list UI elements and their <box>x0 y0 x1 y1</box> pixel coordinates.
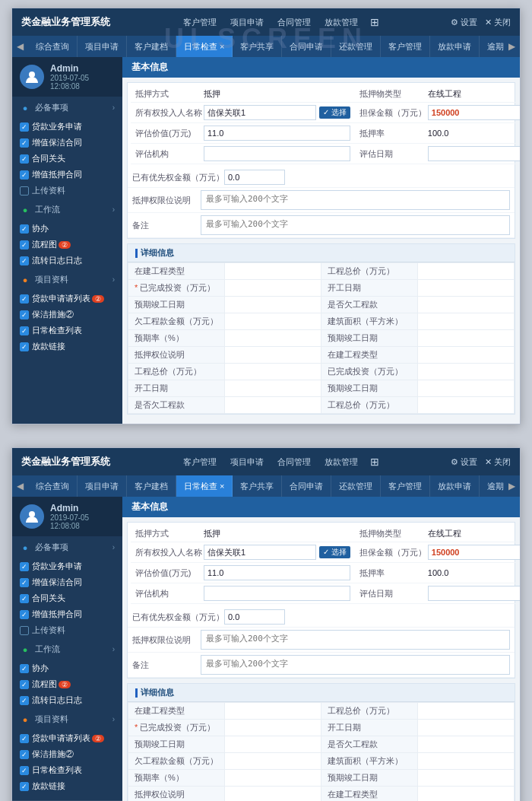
check2-link[interactable]: ✓ 放款链接 <box>12 778 122 794</box>
tab-overdue[interactable]: 逾期申请 <box>480 36 504 57</box>
tab-project-apply[interactable]: 项目申请 <box>78 36 127 57</box>
input2-deposit[interactable] <box>428 545 520 560</box>
nav2-loans[interactable]: 放款管理 <box>318 453 364 471</box>
nav2-contracts[interactable]: 合同管理 <box>271 453 317 471</box>
nav-projects[interactable]: 项目申请 <box>224 14 270 31</box>
textarea-quota-desc[interactable] <box>201 190 510 210</box>
nav-arrow-right[interactable]: ▶ <box>504 41 520 52</box>
tab-overview[interactable]: 综合查询 <box>28 36 78 57</box>
tab2-overdue[interactable]: 逾期申请 <box>480 475 504 497</box>
nav-contracts[interactable]: 合同管理 <box>271 14 317 31</box>
check-daily-list[interactable]: ✓ 日常检查列表 <box>12 323 122 339</box>
tab-contract-apply[interactable]: 合同申请 <box>282 36 331 57</box>
check-contract-head[interactable]: ✓ 合同关头 <box>12 151 122 167</box>
label-mortgage-type: 抵押物类型 <box>359 88 428 100</box>
tab2-contract-apply[interactable]: 合同申请 <box>282 475 331 497</box>
nav-loans[interactable]: 放款管理 <box>318 14 364 31</box>
nav-customers[interactable]: 客户管理 <box>177 14 223 31</box>
tab2-daily-check[interactable]: 日常检查 × <box>176 475 233 497</box>
tab2-cust-mgmt[interactable]: 客户管理 <box>381 475 430 497</box>
sidebar2-required[interactable]: ● 必备事项 › <box>12 536 122 558</box>
check2-loan-list[interactable]: ✓ 贷款申请请列表② <box>12 730 122 746</box>
check-clean-measures[interactable]: ✓ 保洁措施② <box>12 307 122 323</box>
tab2-project-apply[interactable]: 项目申请 <box>78 475 127 497</box>
d2-label-6b: 在建工程类型 <box>321 787 418 802</box>
input2-eval-date[interactable] <box>428 586 520 601</box>
textarea-remark[interactable] <box>201 215 510 235</box>
label2-method: 抵押方式 <box>135 528 204 539</box>
sidebar-section-workflow[interactable]: ● 工作流 › <box>12 199 122 221</box>
nav2-projects[interactable]: 项目申请 <box>224 453 270 471</box>
label-quota: 已有优先权金额（万元） <box>132 172 224 183</box>
textarea2-remark[interactable] <box>201 655 510 675</box>
check2-mortgage[interactable]: ✓ 增值抵押合同 <box>12 606 122 622</box>
d2-value-2b <box>418 720 515 736</box>
check-log[interactable]: ✓ 流转日志日志 <box>12 253 122 269</box>
check2-daily[interactable]: ✓ 日常检查列表 <box>12 762 122 778</box>
check2-cowork[interactable]: ✓ 协办 <box>12 660 122 676</box>
check-loan-list[interactable]: ✓ 贷款申请请列表② <box>12 291 122 307</box>
input2-eval-org[interactable] <box>204 586 350 601</box>
detail-value-4a <box>225 313 321 330</box>
check-flow[interactable]: ✓ 流程图② <box>12 237 122 253</box>
tab2-overview[interactable]: 综合查询 <box>28 475 78 497</box>
nav2-customers[interactable]: 客户管理 <box>177 453 223 471</box>
checkbox-loan: ✓ <box>20 122 29 132</box>
close-link-2[interactable]: ✕ 关闭 <box>485 456 511 468</box>
tab-cust-mgmt[interactable]: 客户管理 <box>381 36 430 57</box>
sidebar2-project[interactable]: ● 项目资料 › <box>12 708 122 730</box>
check-mortgage-contract[interactable]: ✓ 增值抵押合同 <box>12 167 122 183</box>
input2-quota[interactable] <box>224 609 285 625</box>
select2-btn[interactable]: ✓ 选择 <box>319 546 350 558</box>
input2-eval-val[interactable] <box>204 565 350 580</box>
grid-icon-2[interactable]: ⊞ <box>366 454 384 469</box>
row-eval-value: 评估价值(万元) <box>131 123 355 144</box>
input-eval-date[interactable] <box>428 146 520 161</box>
grid-icon[interactable]: ⊞ <box>366 14 384 30</box>
check-loan-link[interactable]: ✓ 放款链接 <box>12 339 122 354</box>
sidebar2-workflow[interactable]: ● 工作流 › <box>12 638 122 660</box>
input-quota[interactable] <box>224 170 285 185</box>
check2-flow[interactable]: ✓ 流程图② <box>12 676 122 692</box>
check-cowork[interactable]: ✓ 协办 <box>12 221 122 237</box>
sidebar-section-required[interactable]: ● 必备事项 › <box>12 97 122 119</box>
tab-customer-share[interactable]: 客户共享 <box>233 36 282 57</box>
input-owner[interactable] <box>204 105 316 120</box>
nav-arrow-left[interactable]: ◀ <box>12 41 28 52</box>
check-loan-apply[interactable]: ✓ 贷款业务申请 <box>12 119 122 135</box>
check-clean-contract[interactable]: ✓ 增值保洁合同 <box>12 135 122 151</box>
input-deposit[interactable] <box>428 105 520 120</box>
check2-clean-m[interactable]: ✓ 保洁措施② <box>12 746 122 762</box>
nav2-arrow-left[interactable]: ◀ <box>12 481 28 491</box>
check2-contract[interactable]: ✓ 合同关头 <box>12 590 122 606</box>
tab2-loan-apply[interactable]: 放款申请 <box>430 475 480 497</box>
close-link[interactable]: ✕ 关闭 <box>485 17 511 28</box>
tab2-customer-share[interactable]: 客户共享 <box>233 475 282 497</box>
check-upload[interactable]: 上传资料 <box>12 183 122 199</box>
label2-remark: 备注 <box>132 660 201 671</box>
tab2-customer-file[interactable]: 客户建档 <box>127 475 176 497</box>
user-info-2: Admin 2019-07-05 12:08:08 <box>50 503 115 530</box>
textarea2-quota-desc[interactable] <box>201 630 510 650</box>
tab-repay[interactable]: 还款管理 <box>331 36 381 57</box>
input-eval-value[interactable] <box>204 126 350 141</box>
check2-loan[interactable]: ✓ 贷款业务申请 <box>12 558 122 574</box>
settings-link-2[interactable]: ⚙ 设置 <box>451 456 477 468</box>
check2-upload[interactable]: 上传资料 <box>12 622 122 638</box>
settings-link[interactable]: ⚙ 设置 <box>451 17 477 28</box>
d2-label-1a: 在建工程类型 <box>128 703 225 720</box>
tab-loan-apply[interactable]: 放款申请 <box>430 36 480 57</box>
d2-label-5a: 预期率（%） <box>128 770 225 787</box>
check2-clean[interactable]: ✓ 增值保洁合同 <box>12 574 122 590</box>
detail-row-7: 工程总价（万元） 已完成投资（万元） <box>128 364 515 380</box>
tab-customer-file[interactable]: 客户建档 <box>127 36 176 57</box>
check2-log[interactable]: ✓ 流转日志日志 <box>12 692 122 708</box>
tab-daily-check[interactable]: 日常检查 × <box>176 36 233 57</box>
nav2-arrow-right[interactable]: ▶ <box>504 481 520 491</box>
input2-owner[interactable] <box>204 545 316 560</box>
select-owner-btn[interactable]: ✓ 选择 <box>319 106 350 119</box>
form-area-2: 抵押方式 抵押 抵押物类型 在线工程 所有权投入人名称 ✓ 选择 <box>122 517 520 801</box>
tab2-repay[interactable]: 还款管理 <box>331 475 381 497</box>
sidebar-section-project[interactable]: ● 项目资料 › <box>12 269 122 291</box>
input-eval-org[interactable] <box>204 146 350 161</box>
